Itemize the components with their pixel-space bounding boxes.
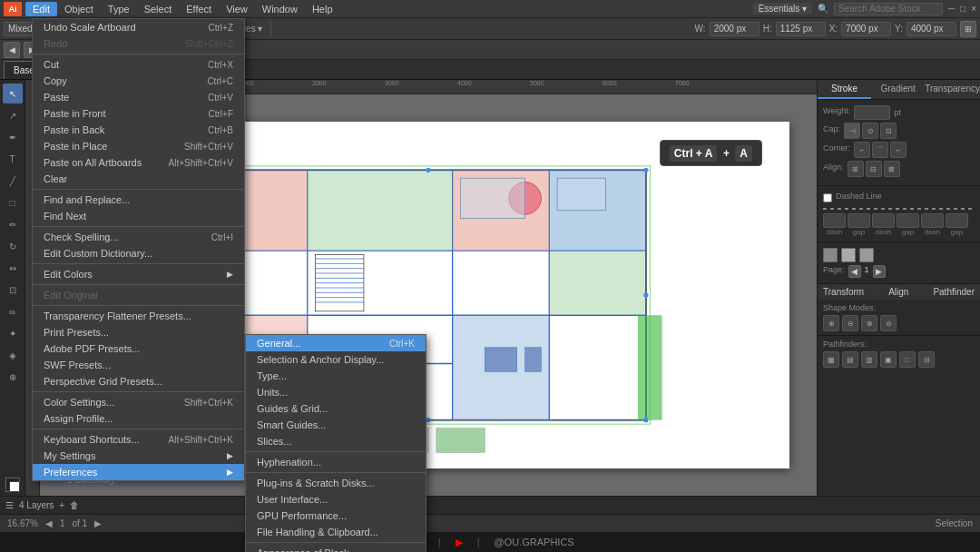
dash-input-2[interactable]	[872, 213, 895, 228]
pref-type[interactable]: Type...	[246, 368, 426, 384]
pref-gpu-performance[interactable]: GPU Performance...	[246, 508, 426, 524]
pathfinder-trim[interactable]: ▤	[842, 351, 858, 368]
pathfinder-outline[interactable]: □	[899, 351, 916, 368]
zoom-tool[interactable]: ⊕	[3, 367, 23, 387]
tab-transparency[interactable]: Transparency	[925, 80, 980, 99]
direct-selection-tool[interactable]: ↗	[3, 105, 23, 125]
add-layer-btn[interactable]: +	[59, 500, 64, 510]
align-outside[interactable]: ⊠	[884, 161, 900, 177]
eyedropper-tool[interactable]: ✦	[3, 323, 23, 343]
pref-file-handling[interactable]: File Handling & Clipboard...	[246, 524, 426, 540]
weight-input[interactable]	[854, 105, 890, 120]
menu-view[interactable]: View	[219, 2, 255, 16]
shape-intersect[interactable]: ⊗	[861, 315, 877, 331]
tab-gradient[interactable]: Gradient	[871, 80, 925, 99]
menu-paste-front[interactable]: Paste in Front Ctrl+F	[33, 105, 244, 122]
pref-slices[interactable]: Slices...	[246, 433, 426, 449]
page-next[interactable]: ▶	[873, 265, 886, 278]
window-close[interactable]: ×	[971, 4, 976, 14]
menu-select[interactable]: Select	[137, 2, 180, 16]
shape-unite[interactable]: ⊕	[823, 315, 839, 331]
brush-tool[interactable]: ✏	[3, 214, 23, 234]
menu-edit-original[interactable]: Edit Original	[33, 287, 244, 303]
width-input[interactable]: 2000 px	[710, 22, 760, 36]
menu-my-settings[interactable]: My Settings ▶	[33, 448, 244, 464]
pref-appearance-black[interactable]: Appearance of Black...	[246, 545, 426, 552]
menu-keyboard-shortcuts[interactable]: Keyboard Shortcuts... Alt+Shift+Ctrl+K	[33, 431, 244, 448]
align-inside[interactable]: ⊟	[866, 161, 882, 177]
menu-paste[interactable]: Paste Ctrl+V	[33, 89, 244, 105]
pref-user-interface[interactable]: User Interface...	[246, 491, 426, 508]
pref-smart-guides[interactable]: Smart Guides...	[246, 417, 426, 433]
blend-tool[interactable]: ∞	[3, 301, 23, 321]
prev-artboard[interactable]: ◀	[4, 42, 20, 58]
pref-hyphenation[interactable]: Hyphenation...	[246, 454, 426, 470]
y-input[interactable]: 4000 px	[906, 22, 956, 36]
gap-input-3[interactable]	[946, 213, 968, 228]
corner-miter[interactable]: ⌐	[854, 142, 870, 158]
arrowhead-color-3[interactable]	[859, 248, 874, 262]
cap-butt[interactable]: ⊣	[844, 123, 860, 139]
workspace-dropdown[interactable]: Essentials ▾	[753, 3, 812, 15]
menu-edit[interactable]: Edit	[25, 2, 57, 16]
menu-copy[interactable]: Copy Ctrl+C	[33, 73, 244, 89]
arrowhead-color-1[interactable]	[823, 248, 838, 262]
selection-tool[interactable]: ↖	[3, 84, 23, 104]
tab-stroke[interactable]: Stroke	[818, 80, 871, 99]
corner-bevel[interactable]: ⌐	[890, 142, 906, 158]
gradient-tool[interactable]: ◈	[3, 345, 23, 365]
delete-layer-btn[interactable]: 🗑	[70, 500, 79, 510]
pathfinder-merge[interactable]: ▥	[861, 351, 877, 368]
window-minimize[interactable]: ─	[948, 4, 955, 14]
menu-find-replace[interactable]: Find and Replace...	[33, 192, 244, 208]
menu-preferences[interactable]: Preferences ▶	[33, 464, 244, 480]
cap-square[interactable]: ⊡	[880, 123, 897, 139]
menu-paste-all[interactable]: Paste on All Artboards Alt+Shift+Ctrl+V	[33, 154, 244, 171]
rect-tool[interactable]: □	[3, 192, 23, 212]
x-input[interactable]: 7000 px	[841, 22, 891, 36]
menu-paste-back[interactable]: Paste in Back Ctrl+B	[33, 122, 244, 138]
arrowhead-color-2[interactable]	[841, 248, 856, 262]
menu-transparency-presets[interactable]: Transparency Flattener Presets...	[33, 308, 244, 324]
menu-find-next[interactable]: Find Next	[33, 208, 244, 224]
align-btn[interactable]: ⊞	[960, 21, 976, 37]
menu-type[interactable]: Type	[101, 2, 137, 16]
menu-perspective-presets[interactable]: Perspective Grid Presets...	[33, 373, 244, 389]
pathfinder-crop[interactable]: ▣	[880, 351, 897, 368]
menu-check-spelling[interactable]: Check Spelling... Ctrl+I	[33, 229, 244, 245]
window-restore[interactable]: □	[960, 4, 965, 14]
menu-object[interactable]: Object	[57, 2, 101, 16]
page-prev[interactable]: ◀	[848, 265, 861, 278]
menu-print-presets[interactable]: Print Presets...	[33, 324, 244, 340]
line-tool[interactable]: ╱	[3, 171, 23, 191]
menu-assign-profile[interactable]: Assign Profile...	[33, 410, 244, 427]
height-input[interactable]: 1125 px	[776, 22, 826, 36]
scale-tool[interactable]: ⊡	[3, 280, 23, 300]
menu-window[interactable]: Window	[255, 2, 305, 16]
pref-units[interactable]: Units...	[246, 384, 426, 400]
pref-general[interactable]: General... Ctrl+K	[246, 335, 426, 351]
menu-redo[interactable]: Redo Shift+Ctrl+Z	[33, 35, 244, 52]
menu-custom-dict[interactable]: Edit Custom Dictionary...	[33, 245, 244, 261]
menu-clear[interactable]: Clear	[33, 171, 244, 187]
fill-color[interactable]	[5, 478, 20, 492]
menu-pdf-presets[interactable]: Adobe PDF Presets...	[33, 340, 244, 357]
shape-exclude[interactable]: ⊝	[880, 315, 897, 331]
dash-input-1[interactable]	[823, 213, 846, 228]
cap-round[interactable]: ⊙	[862, 123, 878, 139]
corner-round[interactable]: ⌒	[872, 142, 888, 158]
menu-color-settings[interactable]: Color Settings... Shift+Ctrl+K	[33, 394, 244, 410]
mirror-tool[interactable]: ⇔	[3, 258, 23, 278]
menu-paste-place[interactable]: Paste in Place Shift+Ctrl+V	[33, 138, 244, 154]
pref-guides-grid[interactable]: Guides & Grid...	[246, 400, 426, 417]
menu-edit-colors[interactable]: Edit Colors ▶	[33, 266, 244, 282]
menu-swf-presets[interactable]: SWF Presets...	[33, 357, 244, 373]
menu-undo[interactable]: Undo Scale Artboard Ctrl+Z	[33, 19, 244, 35]
pref-selection-anchor[interactable]: Selection & Anchor Display...	[246, 351, 426, 368]
menu-help[interactable]: Help	[305, 2, 340, 16]
type-tool[interactable]: T	[3, 149, 23, 169]
search-input[interactable]	[834, 3, 943, 15]
gap-input-1[interactable]	[848, 213, 870, 228]
transform-header[interactable]: Transform Align Pathfinder	[818, 284, 980, 300]
menu-cut[interactable]: Cut Ctrl+X	[33, 56, 244, 73]
